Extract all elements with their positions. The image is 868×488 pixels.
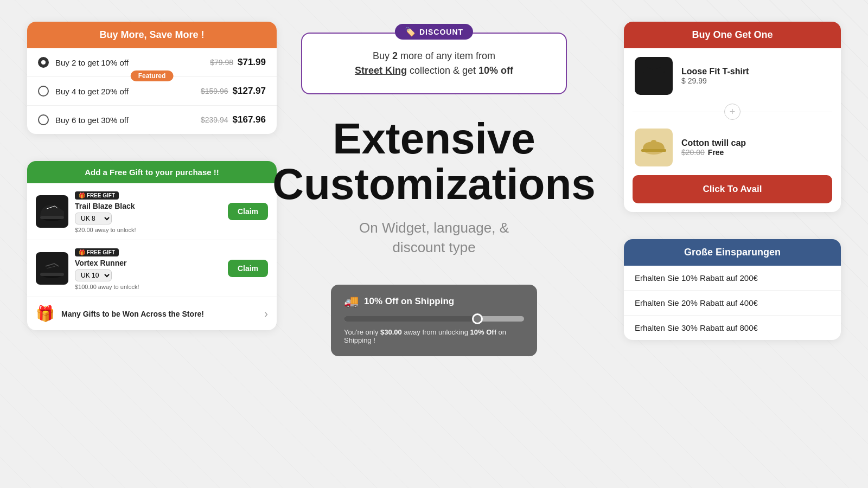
bogo-item-name-2: Cotton twill cap — [681, 138, 830, 148]
price-discounted-3: $167.96 — [233, 114, 266, 125]
buy-more-left-2: Buy 4 to get 20% off — [38, 86, 129, 97]
free-gift-name-2: Vortex Runner — [75, 259, 221, 267]
shoe1-image — [36, 195, 68, 228]
shipping-header: 🚚 10% Off on Shipping — [344, 294, 524, 309]
svg-rect-5 — [641, 149, 666, 152]
row-label-2: Buy 4 to get 20% off — [55, 87, 129, 96]
discount-widget: 🏷️ DISCOUNT Buy 2 more of any item from … — [301, 33, 567, 94]
shipping-amount: $30.00 — [380, 328, 402, 336]
progress-knob — [472, 313, 483, 324]
bogo-widget: Buy One Get One Loose Fit T-shirt $ 29.9… — [624, 22, 841, 212]
free-gift-item-1: FREE GIFT Trail Blaze Black UK 8 UK 9 UK… — [27, 183, 277, 240]
price-original-3: $239.94 — [201, 115, 228, 124]
discount-icon: 🏷️ — [405, 27, 416, 37]
shoe2-image — [36, 252, 68, 285]
buy-more-prices-1: $79.98 $71.99 — [210, 57, 266, 68]
shipping-icon: 🚚 — [344, 294, 359, 309]
click-avail-button[interactable]: Click To Avail — [633, 175, 832, 203]
radio-unselected-3[interactable] — [38, 114, 49, 125]
shipping-widget: 🚚 10% Off on Shipping You're only $30.00… — [331, 285, 537, 356]
bogo-header: Buy One Get One — [624, 22, 841, 48]
discount-text: Buy 2 more of any item from Street King … — [324, 49, 544, 78]
price-original-2: $159.96 — [201, 87, 228, 95]
bogo-free-label: Free — [708, 148, 724, 157]
svg-point-6 — [651, 140, 656, 143]
right-section: Buy One Get One Loose Fit T-shirt $ 29.9… — [624, 22, 841, 340]
many-gifts-left: 🎁 Many Gifts to be Won Across the Store! — [36, 305, 204, 323]
buy-more-header: Buy More, Save More ! — [27, 22, 277, 48]
discount-badge-label: DISCOUNT — [419, 28, 463, 36]
german-row-2: Erhalten Sie 20% Rabatt auf 400€ — [624, 291, 841, 316]
center-section: 🏷️ DISCOUNT Buy 2 more of any item from … — [277, 0, 591, 488]
free-gift-item-2: FREE GIFT Vortex Runner UK 10 UK 9 UK 11… — [27, 240, 277, 297]
bogo-item-2: Cotton twill cap $20.00 Free — [624, 120, 841, 175]
size-select-2[interactable]: UK 10 UK 9 UK 11 — [75, 269, 112, 281]
buy-more-row-2[interactable]: Featured Buy 4 to get 20% off $159.96 $1… — [27, 77, 277, 106]
price-discounted-2: $127.97 — [233, 86, 266, 97]
free-gift-header: Add a Free Gift to your purchase !! — [27, 161, 277, 183]
bogo-item-info-2: Cotton twill cap $20.00 Free — [681, 138, 830, 157]
bogo-item-name-1: Loose Fit T-shirt — [681, 67, 830, 76]
buy-more-row-3[interactable]: Buy 6 to get 30% off $239.94 $167.96 — [27, 106, 277, 134]
unlock-text-1: $20.00 away to unlock! — [75, 227, 221, 233]
left-section: Buy More, Save More ! Buy 2 to get 10% o… — [27, 22, 277, 330]
buy-more-widget: Buy More, Save More ! Buy 2 to get 10% o… — [27, 22, 277, 134]
buy-more-prices-3: $239.94 $167.96 — [201, 114, 266, 125]
buy-more-left-3: Buy 6 to get 30% off — [38, 114, 129, 125]
cap-image — [635, 129, 673, 166]
progress-bar-bg — [344, 316, 524, 322]
free-gift-widget: Add a Free Gift to your purchase !! FREE… — [27, 161, 277, 330]
main-heading: Extensive Customizations — [272, 116, 596, 207]
page-wrapper: Buy More, Save More ! Buy 2 to get 10% o… — [0, 0, 868, 488]
free-gift-name-1: Trail Blaze Black — [75, 202, 221, 210]
free-gift-info-2: FREE GIFT Vortex Runner UK 10 UK 9 UK 11… — [75, 247, 221, 290]
chevron-right-icon: › — [264, 307, 268, 320]
free-gift-tag-2: FREE GIFT — [75, 248, 119, 256]
german-row-3: Erhalten Sie 30% Rabatt auf 800€ — [624, 316, 841, 340]
featured-badge: Featured — [131, 70, 174, 81]
gift-icon: 🎁 — [36, 305, 55, 323]
progress-bar-fill — [344, 316, 479, 322]
bogo-item-1: Loose Fit T-shirt $ 29.99 — [624, 48, 841, 104]
shipping-desc: You're only $30.00 away from unlocking 1… — [344, 328, 524, 344]
unlock-text-2: $100.00 away to unlock! — [75, 284, 221, 290]
svg-rect-3 — [40, 273, 64, 276]
german-widget: Große Einsparungen Erhalten Sie 10% Raba… — [624, 239, 841, 340]
svg-rect-1 — [40, 216, 64, 219]
claim-button-1[interactable]: Claim — [228, 203, 268, 220]
bogo-item-price-1: $ 29.99 — [681, 76, 830, 85]
bogo-item-price-2: $20.00 Free — [681, 148, 830, 157]
free-gift-info-1: FREE GIFT Trail Blaze Black UK 8 UK 9 UK… — [75, 190, 221, 233]
free-gift-tag-1: FREE GIFT — [75, 191, 119, 200]
radio-unselected-2[interactable] — [38, 86, 49, 97]
many-gifts-row[interactable]: 🎁 Many Gifts to be Won Across the Store!… — [27, 297, 277, 330]
price-discounted-1: $71.99 — [238, 57, 266, 68]
shipping-title: 10% Off on Shipping — [364, 296, 454, 307]
discount-quantity: 2 — [392, 50, 398, 61]
bogo-original-price: $20.00 — [681, 148, 705, 157]
size-select-1[interactable]: UK 8 UK 9 UK 10 — [75, 213, 112, 224]
tshirt-image — [635, 57, 673, 95]
sub-heading: On Widget, language, &discount type — [359, 218, 509, 258]
row-label-1: Buy 2 to get 10% off — [55, 58, 129, 67]
german-header: Große Einsparungen — [624, 239, 841, 266]
german-row-1: Erhalten Sie 10% Rabatt auf 200€ — [624, 266, 841, 291]
row-label-3: Buy 6 to get 30% off — [55, 115, 129, 125]
buy-more-prices-2: $159.96 $127.97 — [201, 86, 266, 97]
bogo-item-info-1: Loose Fit T-shirt $ 29.99 — [681, 67, 830, 85]
radio-selected[interactable] — [38, 57, 49, 68]
discount-collection: Street King — [355, 65, 407, 76]
claim-button-2[interactable]: Claim — [228, 260, 268, 277]
many-gifts-text: Many Gifts to be Won Across the Store! — [61, 310, 204, 318]
plus-circle-icon: + — [724, 104, 741, 120]
discount-badge: 🏷️ DISCOUNT — [395, 24, 473, 40]
shipping-discount: 10% Off — [470, 328, 496, 336]
discount-amount: 10% off — [478, 65, 513, 76]
plus-divider: + — [624, 104, 841, 120]
buy-more-left-1: Buy 2 to get 10% off — [38, 57, 129, 68]
price-original-1: $79.98 — [210, 58, 233, 67]
